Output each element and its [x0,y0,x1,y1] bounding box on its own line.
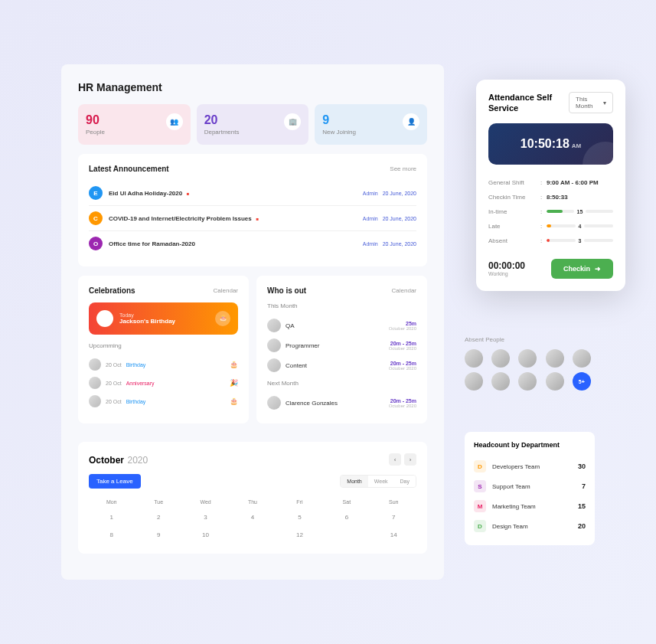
calendar-day[interactable]: 7 [371,509,416,525]
chevron-down-icon: ▾ [603,100,606,106]
today-label: Today [119,312,209,318]
stat-icon: 🏢 [284,113,301,130]
announcement-title: Eid Ul Adha Holiday-2020 ■ [109,190,357,197]
calendar-day[interactable]: 13 [324,527,369,543]
calendar-day[interactable]: 3 [183,509,228,525]
stat-icon: 👥 [166,113,183,130]
upcoming-date: 20 Oct [106,399,122,404]
dept-badge: D [474,520,486,532]
dept-name: Support Team [492,483,576,490]
out-range: 20m - 25m [389,341,416,346]
avatar [267,358,281,372]
calendar-day[interactable]: 1 [89,509,134,525]
dept-badge: D [474,460,486,472]
period-filter[interactable]: This Month ▾ [569,92,613,113]
celebration-icon: 🎂 [230,361,238,368]
stat-card[interactable]: 9 New Joining 👤 [315,104,427,145]
day-name: Thu [230,496,275,508]
view-day-button[interactable]: Day [394,476,416,487]
stat-value: 20 [204,113,240,127]
next-month-label: Next Month [267,380,416,387]
avatar[interactable] [491,349,510,368]
upcoming-type: Birthday [126,362,146,368]
absent-people-section: Absent People 5+ [465,336,595,391]
calendar-year: 2020 [127,455,148,466]
dept-count: 15 [578,502,586,510]
checkin-button[interactable]: Checkin ➜ [551,259,613,279]
calendar-link[interactable]: Calendar [392,287,416,294]
stat-card[interactable]: 20 Departments 🏢 [197,104,309,145]
calendar-day[interactable]: 14 [371,527,416,543]
page-title: HR Management [78,81,427,93]
absent-count: 3 [579,238,582,244]
working-timer: 00:00:00 [488,260,525,271]
upcoming-date: 20 Oct [106,381,122,386]
avatar[interactable] [518,349,537,368]
announcement-badge: O [89,237,103,250]
celebration-icon: 🎂 [230,397,238,405]
checkin-time-value: 8:50:33 [547,194,613,201]
late-label: Late [488,223,540,230]
avatar[interactable] [573,349,591,368]
avatar[interactable] [546,349,564,368]
announcement-item[interactable]: C COVID-19 and Internet/Electricity Prob… [89,206,416,231]
dept-name: Developers Team [492,463,572,470]
headcount-row[interactable]: D Design Team 20 [474,516,586,536]
avatar [89,377,101,389]
calendar-day[interactable]: 4 [230,509,275,525]
upcoming-item[interactable]: 20 Oct Birthday 🎂 [89,392,238,410]
headcount-row[interactable]: S Support Team 7 [474,476,586,496]
pin-icon: ■ [255,217,259,221]
out-month: October 2020 [389,366,416,371]
upcoming-item[interactable]: 20 Oct Birthday 🎂 [89,355,238,374]
headcount-row[interactable]: D Developers Team 30 [474,456,586,476]
calendar-link[interactable]: Calendar [214,287,238,294]
prev-month-button[interactable]: ‹ [389,453,401,466]
out-item[interactable]: Programmer 20m - 25m October 2020 [267,335,416,355]
headcount-row[interactable]: M Marketing Team 15 [474,496,586,516]
calendar-day[interactable]: 8 [89,527,134,543]
view-month-button[interactable]: Month [341,476,367,487]
dept-count: 7 [582,482,586,490]
out-item[interactable]: Content 20m - 25m October 2020 [267,355,416,375]
avatar[interactable] [465,372,483,391]
out-item[interactable]: QA 25m October 2020 [267,315,416,335]
who-out-title: Who is out [267,286,306,295]
upcoming-label: Upcomming [89,342,238,349]
calendar-day[interactable]: 5 [277,509,322,525]
announcement-item[interactable]: O Office time for Ramadan-2020 Admin20 J… [89,231,416,256]
day-name: Mon [89,496,134,508]
dept-badge: M [474,500,486,512]
upcoming-item[interactable]: 20 Oct Anniversary 🎉 [89,374,238,392]
announcement-admin: Admin [363,241,378,247]
view-week-button[interactable]: Week [368,476,394,487]
stat-value: 90 [86,113,105,127]
calendar-day[interactable]: 10 [183,527,228,543]
day-name: Tue [135,496,181,508]
celebration-featured[interactable]: Today Jackson's Birthday 🎂 [89,302,238,335]
stat-label: Departments [204,129,240,136]
avatar[interactable] [465,349,483,368]
see-more-link[interactable]: See more [390,165,416,172]
calendar-day[interactable]: 2 [135,509,181,525]
avatar[interactable] [491,372,510,391]
announcement-item[interactable]: E Eid Ul Adha Holiday-2020 ■ Admin20 Jun… [89,181,416,206]
calendar-day[interactable]: 9 [135,527,181,543]
take-leave-button[interactable]: Take a Leave [89,474,141,489]
avatar[interactable] [518,372,537,391]
calendar-day[interactable]: 12 [277,527,322,543]
stat-card[interactable]: 90 People 👥 [78,104,191,145]
out-item[interactable]: Clarence Gonzales 20m - 25m October 2020 [267,393,416,413]
calendar-card: October 2020 ‹ › Take a Leave MonthWeekD… [78,442,427,554]
out-name: Content [286,362,384,369]
calendar-day[interactable]: 6 [324,509,369,525]
more-button[interactable]: 5+ [573,372,591,391]
avatar[interactable] [546,372,564,391]
calendar-day[interactable]: 11 [230,527,275,543]
working-label: Working [488,271,525,276]
next-month-button[interactable]: › [404,453,416,466]
avatar [267,319,281,332]
day-name: Sat [324,496,369,508]
announcement-admin: Admin [363,216,378,221]
stat-label: People [86,129,105,136]
